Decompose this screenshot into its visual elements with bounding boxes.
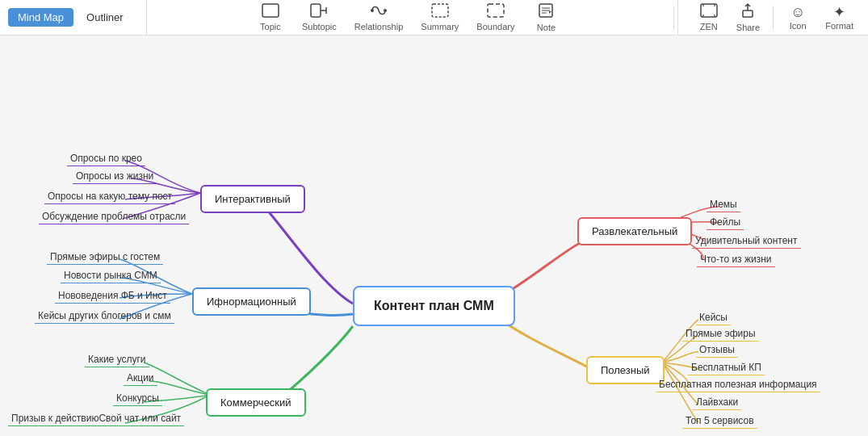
branch-entertaining[interactable]: Развлекательный — [577, 217, 692, 245]
leaf-use-2[interactable]: Отзывы — [696, 342, 738, 358]
leaf-info-3[interactable]: Кейсы других блогеров и смм — [35, 308, 174, 324]
right-tools: ZEN Share ☺ Icon ✦ Format — [677, 0, 860, 35]
leaf-comm-3[interactable]: Призыв к действиюСвой чат или сайт — [8, 411, 184, 426]
relationship-icon — [369, 3, 388, 20]
format-label: Format — [825, 21, 853, 31]
central-node[interactable]: Контент план СММ — [353, 286, 515, 326]
leaf-use-6-label: Топ 5 сервисов — [686, 415, 754, 426]
leaf-ent-3-label: Что-то из жизни — [700, 254, 772, 265]
leaf-interactive-1-label: Опросы из жизни — [76, 170, 153, 182]
leaf-interactive-2[interactable]: Опросы на какую тему пост — [44, 189, 175, 204]
leaf-info-1-label: Новости рынка СММ — [64, 270, 157, 281]
boundary-tool[interactable]: Boundary — [470, 2, 521, 33]
note-icon — [538, 2, 554, 21]
leaf-info-0[interactable]: Прямые эфиры с гостем — [47, 249, 163, 265]
leaf-use-4[interactable]: Бесплатная полезная информация — [656, 377, 820, 392]
leaf-comm-2-label: Конкурсы — [116, 392, 159, 404]
leaf-info-2-label: Нововедения ФБ и Инст — [58, 290, 167, 301]
leaf-use-0[interactable]: Кейсы — [696, 310, 731, 325]
branch-useful-label: Полезный — [601, 364, 650, 376]
leaf-interactive-0[interactable]: Опросы по крео — [67, 151, 145, 166]
branch-informational[interactable]: Ифнормационный — [192, 287, 311, 316]
toolbar: Mind Map Outliner Topic Subtopic Relatio… — [0, 0, 868, 36]
zen-label: ZEN — [700, 22, 718, 31]
leaf-use-5[interactable]: Лайвхаки — [693, 395, 741, 410]
separator-1 — [673, 6, 674, 30]
svg-rect-8 — [743, 10, 753, 17]
relationship-tool[interactable]: Relationship — [348, 2, 410, 33]
summary-label: Summary — [421, 22, 459, 31]
leaf-ent-3[interactable]: Что-то из жизни — [697, 252, 775, 267]
svg-point-3 — [384, 9, 387, 12]
subtopic-label: Subtopic — [302, 22, 337, 31]
outliner-tab[interactable]: Outliner — [77, 8, 133, 27]
svg-rect-0 — [262, 4, 279, 17]
leaf-use-3-label: Бесплатный КП — [691, 362, 761, 373]
mindmap-tab[interactable]: Mind Map — [8, 8, 73, 27]
leaf-info-3-label: Кейсы других блогеров и смм — [38, 310, 171, 321]
branch-commercial[interactable]: Коммерческий — [206, 388, 306, 417]
leaf-use-6[interactable]: Топ 5 сервисов — [682, 413, 757, 429]
boundary-icon — [487, 3, 505, 20]
leaf-ent-2-label: Удивительный контент — [695, 235, 798, 246]
boundary-label: Boundary — [476, 22, 514, 31]
svg-rect-1 — [311, 4, 321, 17]
branch-entertaining-label: Развлекательный — [592, 225, 677, 237]
leaf-interactive-3[interactable]: Обсуждение проблемы отрасли — [39, 209, 189, 224]
mindmap-canvas[interactable]: Контент план СММ Интерактивный Опросы по… — [0, 36, 868, 436]
tools-group: Topic Subtopic Relationship Summary Boun… — [147, 1, 670, 34]
leaf-ent-1-label: Фейлы — [710, 216, 740, 228]
leaf-use-2-label: Отзывы — [699, 344, 735, 355]
leaf-interactive-3-label: Обсуждение проблемы отрасли — [42, 211, 186, 222]
svg-point-2 — [371, 9, 374, 12]
subtopic-tool[interactable]: Subtopic — [296, 2, 343, 33]
summary-icon — [431, 3, 449, 20]
leaf-ent-0[interactable]: Мемы — [707, 197, 740, 212]
branch-commercial-label: Коммерческий — [220, 396, 291, 409]
leaf-use-0-label: Кейсы — [699, 312, 728, 323]
share-tool[interactable]: Share — [730, 1, 766, 34]
topic-icon — [262, 3, 279, 20]
view-tabs: Mind Map Outliner — [8, 0, 147, 35]
leaf-use-3[interactable]: Бесплатный КП — [688, 360, 765, 375]
leaf-comm-0[interactable]: Какие услуги — [85, 352, 149, 367]
leaf-info-0-label: Прямые эфиры с гостем — [50, 251, 160, 262]
leaf-use-1-label: Прямые эфиры — [686, 328, 756, 339]
leaf-use-5-label: Лайвхаки — [696, 396, 738, 408]
leaf-info-2[interactable]: Нововедения ФБ и Инст — [55, 288, 170, 304]
icon-icon: ☺ — [790, 5, 805, 19]
leaf-ent-2[interactable]: Удивительный контент — [692, 233, 801, 249]
leaf-interactive-2-label: Опросы на какую тему пост — [48, 191, 172, 202]
share-icon — [740, 2, 756, 21]
leaf-comm-1-label: Акции — [127, 372, 154, 384]
note-tool[interactable]: Note — [526, 1, 566, 34]
leaf-info-1[interactable]: Новости рынка СММ — [61, 268, 161, 283]
leaf-comm-2[interactable]: Конкурсы — [113, 391, 162, 406]
format-icon: ✦ — [833, 5, 845, 19]
branch-useful[interactable]: Полезный — [586, 356, 665, 384]
leaf-comm-1[interactable]: Акции — [124, 371, 157, 386]
icon-label: Icon — [790, 21, 807, 31]
leaf-comm-0-label: Какие услуги — [88, 354, 146, 365]
svg-rect-4 — [432, 4, 448, 17]
format-tool[interactable]: ✦ Format — [819, 3, 860, 32]
leaf-ent-1[interactable]: Фейлы — [707, 215, 744, 230]
leaf-interactive-0-label: Опросы по крео — [70, 153, 142, 164]
icon-tool[interactable]: ☺ Icon — [780, 3, 816, 32]
branch-interactive[interactable]: Интерактивный — [200, 185, 305, 213]
leaf-interactive-1[interactable]: Опросы из жизни — [73, 169, 157, 184]
leaf-use-4-label: Бесплатная полезная информация — [659, 379, 817, 390]
topic-tool[interactable]: Topic — [250, 2, 291, 33]
central-node-label: Контент план СММ — [374, 299, 494, 313]
note-label: Note — [537, 23, 556, 32]
zen-tool[interactable]: ZEN — [691, 2, 727, 33]
leaf-use-1[interactable]: Прямые эфиры — [682, 326, 759, 342]
share-label: Share — [736, 23, 760, 32]
subtopic-icon — [310, 3, 328, 20]
relationship-label: Relationship — [354, 22, 404, 31]
leaf-ent-0-label: Мемы — [710, 199, 737, 210]
zen-icon — [700, 3, 718, 20]
summary-tool[interactable]: Summary — [414, 2, 465, 33]
topic-label: Topic — [260, 22, 281, 31]
branch-informational-label: Ифнормационный — [207, 296, 296, 308]
